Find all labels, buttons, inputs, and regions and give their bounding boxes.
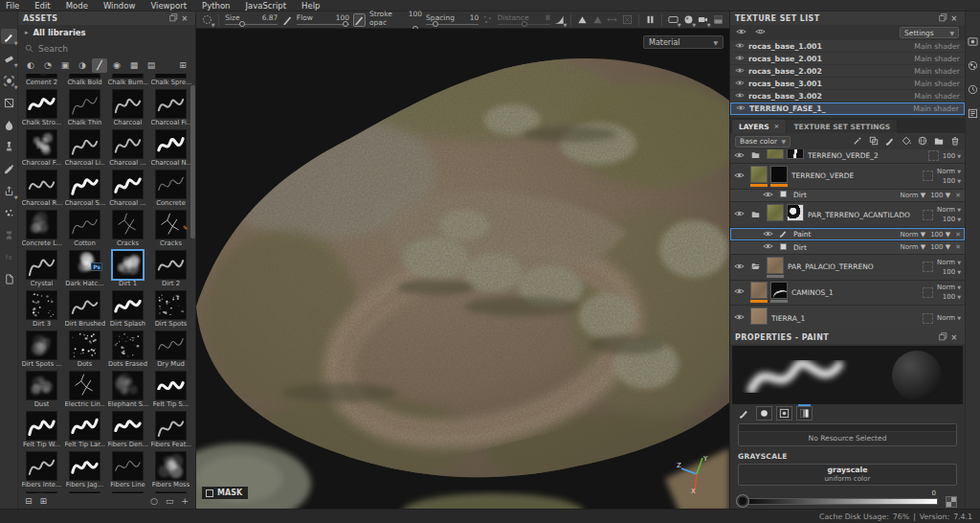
asset-item[interactable]: Electric Lin... xyxy=(64,371,105,410)
smudge-tool[interactable] xyxy=(1,117,17,132)
add-asset-icon[interactable]: + xyxy=(181,496,189,506)
texture-set-shader[interactable]: Main shader xyxy=(914,92,960,101)
menu-item-viewport[interactable]: Viewport xyxy=(150,1,187,11)
asset-item[interactable]: Cement 2 xyxy=(21,74,62,88)
opacity-dropdown[interactable]: 100 ▼ xyxy=(930,243,950,251)
slider-size[interactable]: Size6.87 xyxy=(225,13,278,26)
asset-item[interactable]: Charcoal S... xyxy=(64,170,105,209)
asset-item[interactable]: Chalk Stro... xyxy=(21,89,62,128)
asset-item[interactable]: Elephant S... xyxy=(107,371,148,410)
grid-view-icon[interactable]: ⊞ xyxy=(175,58,190,73)
grayscale-resource-button[interactable]: grayscale uniform color xyxy=(738,464,957,487)
instantiate-icon[interactable] xyxy=(869,136,879,148)
layer-thumbnail[interactable] xyxy=(767,149,784,159)
layer-thumbnail[interactable] xyxy=(770,282,788,299)
close-panel-icon[interactable]: × xyxy=(948,14,960,23)
asset-item[interactable]: Felt Tip S... xyxy=(150,371,191,410)
eye-icon[interactable] xyxy=(736,104,746,113)
grayscale-slider[interactable]: 0 xyxy=(738,489,957,509)
resource-selector[interactable]: No Resource Selected xyxy=(738,423,957,446)
pressure-size-toggle-icon[interactable] xyxy=(281,13,292,27)
opacity-dropdown[interactable]: 100▼ xyxy=(943,268,961,276)
effects-tool[interactable]: fx xyxy=(1,249,17,264)
remove-effect-icon[interactable]: ✕ xyxy=(955,192,961,199)
log-icon[interactable] xyxy=(968,108,978,119)
asset-item[interactable]: Charcoal ... xyxy=(107,170,148,209)
materials-filter-icon[interactable]: ◐ xyxy=(23,58,38,73)
asset-item[interactable] xyxy=(64,491,105,493)
float-panel-icon[interactable] xyxy=(937,332,948,343)
asset-item[interactable]: Fibers Inte... xyxy=(21,451,62,490)
asset-item[interactable]: Dots Erased xyxy=(107,330,148,370)
layer-visibility-eye-icon[interactable] xyxy=(763,230,775,239)
grayscale-slider-knob[interactable] xyxy=(737,495,748,507)
slider-knob[interactable] xyxy=(239,21,245,27)
environments-filter-icon[interactable]: ▤ xyxy=(144,58,159,73)
asset-item[interactable]: Dirt Brushed xyxy=(64,290,105,330)
texture-set-row[interactable]: rocas_base_2.002Main shader xyxy=(730,65,965,78)
delete-layer-icon[interactable] xyxy=(950,136,960,148)
falloff-dropdown[interactable]: ▼ xyxy=(554,13,565,27)
opacity-dropdown[interactable]: 100▼ xyxy=(943,216,961,223)
tab-layers[interactable]: LAYERS × xyxy=(732,120,786,133)
assets-scrollbar[interactable] xyxy=(190,85,195,239)
float-panel-icon[interactable] xyxy=(937,13,948,24)
texture-set-settings-dropdown[interactable]: Settings ▼ xyxy=(900,27,959,38)
slider-knob[interactable] xyxy=(343,21,348,27)
opacity-dropdown[interactable]: 100▼ xyxy=(943,177,961,185)
layer-row[interactable]: CAMINOS_1Norm▼100▼ xyxy=(730,281,965,306)
layer-row[interactable]: TERRENO_VERDENorm▼100▼ xyxy=(730,164,965,189)
asset-item[interactable]: Fibers Moss xyxy=(150,451,191,490)
texture-set-shader[interactable]: Main shader xyxy=(914,55,960,63)
symmetry-icon[interactable] xyxy=(577,13,588,27)
layer-thumbnail[interactable] xyxy=(787,204,804,221)
asset-item[interactable]: Fibers Feat... xyxy=(150,411,191,450)
layer-visibility-eye-icon[interactable] xyxy=(763,191,775,200)
asset-search-input[interactable]: Search xyxy=(18,40,195,57)
opacity-dropdown[interactable]: 100 ▼ xyxy=(930,192,950,199)
asset-item[interactable]: Chalk Bold xyxy=(64,74,105,88)
asset-item[interactable]: Fibers Den... xyxy=(107,411,148,450)
blend-mode-dropdown[interactable]: Norm▼ xyxy=(937,206,961,214)
menu-item-window[interactable]: Window xyxy=(103,1,136,11)
asset-item[interactable]: Dirt Spots ... xyxy=(21,330,62,370)
asset-item[interactable]: Concrete L... xyxy=(21,210,62,249)
eye-icon[interactable] xyxy=(735,92,745,101)
folder-open-icon[interactable] xyxy=(750,262,763,272)
close-panel-icon[interactable]: × xyxy=(948,333,960,342)
asset-item[interactable]: Dirt 3 xyxy=(21,290,62,330)
brush-properties-icon[interactable] xyxy=(736,406,752,421)
asset-item[interactable]: Charcoal ... xyxy=(107,129,148,169)
asset-item[interactable]: Cotton xyxy=(64,210,105,249)
texture-set-shader[interactable]: Main shader xyxy=(914,80,960,88)
asset-item[interactable]: Dots xyxy=(64,330,105,370)
eye-icon[interactable] xyxy=(735,42,745,51)
menu-item-javascript[interactable]: JavaScript xyxy=(245,1,286,11)
paint-tool[interactable]: ▼ xyxy=(1,29,17,44)
menu-item-mode[interactable]: Mode xyxy=(66,1,88,11)
notes-tool[interactable] xyxy=(1,271,17,286)
layer-visibility-eye-icon[interactable] xyxy=(734,262,746,272)
textures-filter-icon[interactable]: ▦ xyxy=(126,58,142,73)
tiling-icon[interactable] xyxy=(622,13,633,27)
clone-tool[interactable] xyxy=(1,139,17,154)
alpha-preview-dropdown[interactable]: ▼ xyxy=(202,13,212,27)
asset-item[interactable]: Charcoal Li... xyxy=(64,129,105,169)
asset-item[interactable]: Dirt 2 xyxy=(150,250,191,289)
close-panel-icon[interactable]: × xyxy=(179,14,190,23)
asset-item[interactable]: Dirt Splash xyxy=(107,290,148,330)
float-panel-icon[interactable] xyxy=(167,13,179,24)
asset-item[interactable]: PsDark Hatc... xyxy=(64,250,105,289)
texture-set-row[interactable]: rocas_base_3.002Main shader xyxy=(730,90,965,102)
asset-item[interactable]: Dirt Spots xyxy=(150,290,191,330)
polygon-fill-tool[interactable] xyxy=(1,95,17,110)
shader-settings-icon[interactable] xyxy=(968,60,978,71)
brushes-filter-icon[interactable]: ╱ xyxy=(92,58,107,73)
slider-knob[interactable] xyxy=(522,21,527,27)
asset-item[interactable]: Felt Tip W... xyxy=(21,411,62,450)
asset-item[interactable]: Fibers Jag... xyxy=(64,451,105,490)
camera-dropdown[interactable]: ▼ xyxy=(698,13,708,27)
grayscale-gradient-bar[interactable] xyxy=(738,498,938,505)
viewport-3d[interactable]: Material ▼ MASK Z Y X xyxy=(196,29,729,509)
environment-dropdown[interactable]: ▼ xyxy=(683,13,694,27)
